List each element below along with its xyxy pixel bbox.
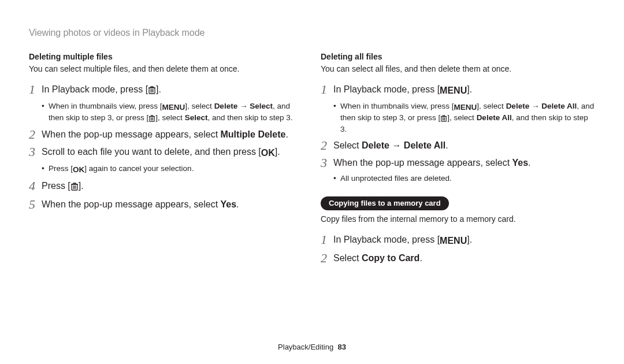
step-number: 1 xyxy=(321,233,333,247)
menu-icon: MENU xyxy=(454,102,477,113)
menu-icon: MENU xyxy=(440,234,467,248)
step-text-bold: Delete All xyxy=(404,140,445,150)
step-text: Scroll to each file you want to delete, … xyxy=(42,147,261,157)
manual-page: Viewing photos or videos in Playback mod… xyxy=(0,0,624,364)
section-desc: Copy files from the internal memory to a… xyxy=(321,214,595,225)
trash-icon xyxy=(148,84,156,98)
ok-icon: OK xyxy=(261,146,275,160)
step-text: Select xyxy=(333,253,362,263)
sub-item: All unprotected files are deleted. xyxy=(333,173,595,184)
step-number: 3 xyxy=(321,156,333,170)
step-text-bold: Multiple Delete xyxy=(221,129,286,139)
step-number: 5 xyxy=(29,198,42,211)
sub-item: When in thumbnails view, press [MENU], s… xyxy=(333,101,595,135)
step-text-bold: Copy to Card xyxy=(362,253,419,263)
step-text-bold: Delete xyxy=(362,140,389,150)
step-number: 2 xyxy=(321,251,333,265)
page-footer: Playback/Editing 83 xyxy=(0,343,624,351)
step-text-bold: Yes xyxy=(512,158,529,168)
right-column: Deleting all files You can select all fi… xyxy=(321,52,595,269)
step-1: 1 In Playback mode, press [MENU]. xyxy=(321,233,595,248)
section-desc: You can select multiple files, and then … xyxy=(29,64,303,75)
steps-list: 2 When the pop-up message appears, selec… xyxy=(29,128,303,160)
steps-list: 1 In Playback mode, press []. xyxy=(29,83,303,98)
step-1: 1 In Playback mode, press []. xyxy=(29,83,303,98)
trash-icon xyxy=(440,114,447,124)
left-column: Deleting multiple files You can select m… xyxy=(29,52,303,269)
step-text: In Playback mode, press [ xyxy=(333,235,440,244)
pill-heading-copying: Copying files to a memory card xyxy=(321,196,449,210)
step-5: 5 When the pop-up message appears, selec… xyxy=(29,198,303,211)
step-text: In Playback mode, press [ xyxy=(333,84,440,94)
sub-item: Press [OK] again to cancel your selectio… xyxy=(42,164,303,175)
step-number: 1 xyxy=(321,83,333,96)
step-4: 4 Press []. xyxy=(29,179,303,194)
sub-list: When in thumbnails view, press [MENU], s… xyxy=(321,101,595,135)
step-number: 2 xyxy=(29,128,42,142)
step-text: When the pop-up message appears, select xyxy=(42,199,221,209)
step-text: Select xyxy=(333,140,362,150)
section-desc: You can select all files, and then delet… xyxy=(321,64,595,75)
menu-icon: MENU xyxy=(162,102,185,113)
trash-icon xyxy=(70,180,79,194)
section-title-deleting-multiple: Deleting multiple files xyxy=(29,52,303,61)
step-number: 3 xyxy=(29,145,42,159)
step-3: 3 When the pop-up message appears, selec… xyxy=(321,156,595,170)
step-number: 1 xyxy=(29,83,42,96)
sub-list: Press [OK] again to cancel your selectio… xyxy=(29,164,303,175)
step-text: When the pop-up message appears, select xyxy=(333,158,512,168)
page-number: 83 xyxy=(337,343,346,351)
step-1: 1 In Playback mode, press [MENU]. xyxy=(321,83,595,98)
page-header: Viewing photos or videos in Playback mod… xyxy=(29,28,595,38)
step-2: 2 Select Copy to Card. xyxy=(321,251,595,265)
step-3: 3 Scroll to each file you want to delete… xyxy=(29,145,303,160)
steps-list: 4 Press []. 5 When the pop-up message ap… xyxy=(29,179,303,211)
step-text: ]. xyxy=(156,84,161,94)
sub-list: All unprotected files are deleted. xyxy=(321,173,595,184)
sub-item: When in thumbnails view, press [MENU], s… xyxy=(42,101,303,124)
menu-icon: MENU xyxy=(440,84,467,98)
step-text: Press [ xyxy=(42,181,70,191)
step-text-bold: Yes xyxy=(221,199,237,209)
sub-list: When in thumbnails view, press [MENU], s… xyxy=(29,101,303,124)
ok-icon: OK xyxy=(73,165,84,175)
steps-list: 1 In Playback mode, press [MENU]. xyxy=(321,83,595,98)
step-number: 4 xyxy=(29,179,42,193)
step-text: In Playback mode, press [ xyxy=(42,84,148,94)
step-text: When the pop-up message appears, select xyxy=(42,129,221,139)
steps-list: 1 In Playback mode, press [MENU]. 2 Sele… xyxy=(321,233,595,265)
trash-icon xyxy=(148,114,155,124)
steps-list: 2 Select Delete → Delete All. 3 When the… xyxy=(321,139,595,170)
section-title-deleting-all: Deleting all files xyxy=(321,52,595,61)
step-2: 2 When the pop-up message appears, selec… xyxy=(29,128,303,142)
footer-section: Playback/Editing xyxy=(278,343,333,351)
step-2: 2 Select Delete → Delete All. xyxy=(321,139,595,153)
step-number: 2 xyxy=(321,139,333,153)
two-column-layout: Deleting multiple files You can select m… xyxy=(29,52,595,269)
